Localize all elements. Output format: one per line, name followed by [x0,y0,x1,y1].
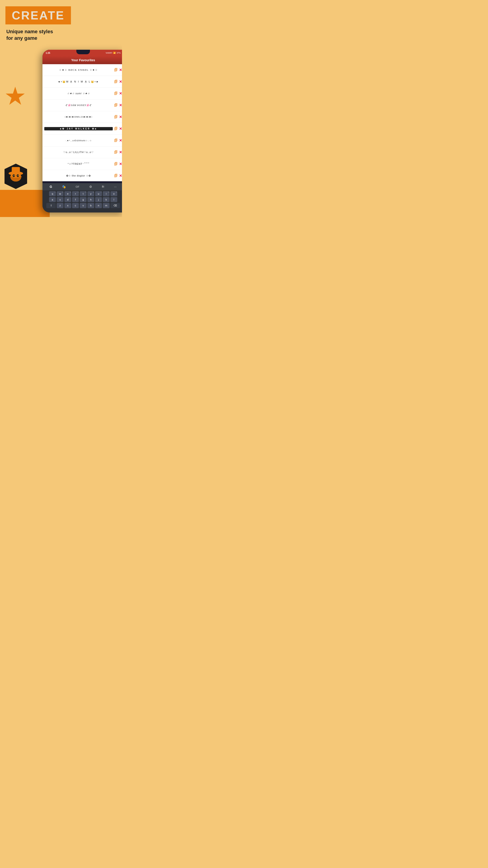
table-row: ◄•👑M Ạ N I M Ạ L👑•► 🗐 ✕ [42,76,122,88]
fav-name-5: □■□■□■IONELIA■□■□■□ [44,116,113,118]
table-row: ℭ🌸SÁM ÞONEY🌸ℭ 🗐 ✕ [42,99,122,111]
phone-notch [76,50,90,54]
copy-button-4[interactable]: 🗐 [114,103,118,107]
shift-key[interactable]: ⇧ [46,203,56,208]
subtitle-line2: for any game [6,35,37,41]
fav-name-7: ·.★*...crÉiGhhtoN☆·.·☆ [44,140,113,142]
key-u[interactable]: 7u [95,191,102,196]
key-i[interactable]: 8i [103,191,109,196]
star-icon: ★ [4,84,31,108]
table-row: ♡o..o♡LILLITH♡o..o♡ 🗐 ✕ [42,147,122,158]
more-icon[interactable]: ··· [114,185,117,188]
key-f[interactable]: f [72,197,79,202]
copy-button-2[interactable]: 🗐 [114,80,118,84]
emoji-icon[interactable]: 🎭 [62,185,66,188]
key-e[interactable]: 3e [64,191,71,196]
favourites-list: ☆★☆ RØCK ENRØL ☆★☆ 🗐 ✕ ◄•👑M Ạ N I M Ạ L👑… [42,64,122,181]
copy-button-3[interactable]: 🗐 [114,92,118,96]
fav-name-10: ✿☆ the dogtor ☆✿ [44,174,113,177]
star-decoration: ★ [4,84,31,111]
subtitle-line1: Unique name styles [6,29,53,34]
delete-button-7[interactable]: ✕ [119,138,122,143]
fav-name-8: ♡o..o♡LILLITH♡o..o♡ [44,151,113,154]
table-row: ☆★☆ sumi ☆★☆ 🗐 ✕ [42,88,122,99]
app-header: Your Favourites [42,56,122,64]
fav-name-4: ℭ🌸SÁM ÞONEY🌸ℭ [44,104,113,107]
key-a[interactable]: a [49,197,56,202]
key-m[interactable]: m [103,203,109,208]
key-row-1: 1q 2w 3e 4r 5t 6y 7u 8i 9o [44,191,122,196]
top-section: CREATE Unique name styles for any game [0,0,122,45]
gif-icon[interactable]: GIF [76,186,79,188]
key-r[interactable]: 4r [72,191,79,196]
keyboard-rows: 1q 2w 3e 4r 5t 6y 7u 8i 9o a s d f g h [42,190,122,210]
delete-button-4[interactable]: ✕ [119,103,122,107]
key-k[interactable]: k [103,197,109,202]
key-v[interactable]: v [80,203,87,208]
fav-name-1: ☆★☆ RØCK ENRØL ☆★☆ [44,68,113,71]
key-row-2: a s d f g h j k l [44,197,122,202]
delete-button-10[interactable]: ✕ [119,174,122,178]
key-z[interactable]: z [57,203,64,208]
key-j[interactable]: j [95,197,102,202]
copy-button-5[interactable]: 🗐 [114,115,118,119]
table-row: □■□■□■IONELIA■□■□■□ 🗐 ✕ [42,111,122,123]
app-logo-icon [2,163,29,190]
key-o[interactable]: 9o [110,191,117,196]
fav-name-3: ☆★☆ sumi ☆★☆ [44,92,113,95]
status-wifi: VoWIFI [105,52,112,54]
status-time: 1:25 [46,52,50,54]
key-s[interactable]: s [57,197,64,202]
copy-button-10[interactable]: 🗐 [114,174,118,178]
key-c[interactable]: c [72,203,79,208]
keyboard-toolbar: G 🎭 GIF ⚙ 翻 ··· [42,183,122,190]
key-n[interactable]: n [95,203,102,208]
copy-button-9[interactable]: 🗐 [114,162,118,166]
key-x[interactable]: x [64,203,71,208]
key-y[interactable]: 6y [88,191,94,196]
delete-button-5[interactable]: ✕ [119,115,122,119]
phone-mockup: 1:25 VoWIFI 📶 37% Your Favourites ☆★☆ RØ… [42,50,122,213]
copy-button-8[interactable]: 🗐 [114,150,118,154]
svg-point-7 [18,175,19,176]
delete-button-1[interactable]: ✕ [119,68,122,72]
key-b[interactable]: b [88,203,94,208]
create-title: CREATE [12,9,65,21]
key-w[interactable]: 2w [57,191,64,196]
create-banner: CREATE [5,6,71,24]
logo-decoration [2,163,32,192]
key-l[interactable]: l [110,197,117,202]
table-row: ✿☆ the dogtor ☆✿ 🗐 ✕ [42,170,122,181]
fav-name-2: ◄•👑M Ạ N I M Ạ L👑•► [44,80,113,83]
google-icon[interactable]: G [50,185,52,188]
delete-button-6[interactable]: ✕ [119,127,122,131]
translate-icon[interactable]: 翻 [102,185,104,188]
delete-button-9[interactable]: ✕ [119,162,122,166]
keyboard-area: G 🎭 GIF ⚙ 翻 ··· 1q 2w 3e 4r 5t 6y 7u 8i … [42,183,122,213]
key-g[interactable]: g [80,197,87,202]
table-row: ♣☢ JAY WALKER ☢♣ 🗐 ✕ [42,123,122,135]
status-signal-icon: 📶 [113,52,116,54]
delete-button-3[interactable]: ✕ [119,91,122,96]
subtitle: Unique name styles for any game [6,29,117,41]
backspace-key[interactable]: ⌫ [110,203,120,208]
delete-button-8[interactable]: ✕ [119,150,122,154]
copy-button-1[interactable]: 🗐 [114,68,118,72]
key-h[interactable]: h [88,197,94,202]
table-row: ·.★*...crÉiGhhtoN☆·.·☆ 🗐 ✕ [42,135,122,147]
fav-name-9: °☆?TRENT⁻⎺⎺⎺ [44,162,113,165]
key-q[interactable]: 1q [49,191,56,196]
key-t[interactable]: 5t [80,191,87,196]
settings-icon[interactable]: ⚙ [89,185,92,188]
table-row: ☆★☆ RØCK ENRØL ☆★☆ 🗐 ✕ [42,64,122,76]
delete-button-2[interactable]: ✕ [119,80,122,84]
bottom-orange-bg [0,190,50,217]
key-row-3: ⇧ z x c v b n m ⌫ [44,203,122,208]
copy-button-6[interactable]: 🗐 [114,127,118,131]
svg-rect-2 [12,167,20,174]
fav-name-6: ♣☢ JAY WALKER ☢♣ [44,127,113,130]
screen-title: Your Favourites [46,58,121,62]
key-d[interactable]: d [64,197,71,202]
svg-point-6 [13,175,14,176]
copy-button-7[interactable]: 🗐 [114,138,118,143]
